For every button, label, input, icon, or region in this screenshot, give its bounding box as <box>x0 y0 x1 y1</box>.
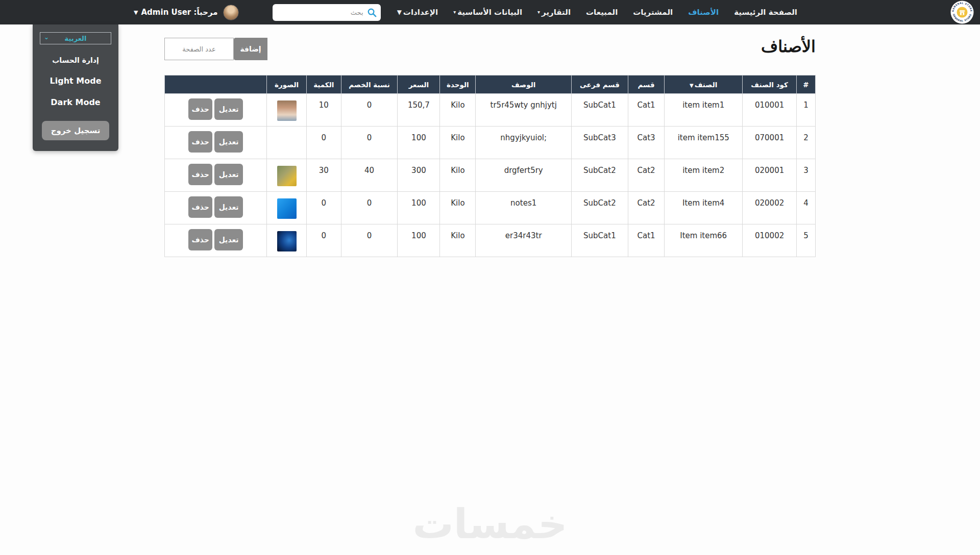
top-navbar: GENERAL STORE GENERAL STORE الصفحة الرئي… <box>0 0 980 24</box>
general-store-logo[interactable]: GENERAL STORE GENERAL STORE <box>950 1 974 24</box>
nav-item-basic-data[interactable]: البيانات الأساسية ▾ <box>453 8 522 17</box>
th-unit: الوحدة <box>440 75 476 94</box>
cell-code: 010001 <box>743 94 797 127</box>
nav-item-home[interactable]: الصفحة الرئيسية <box>734 8 797 17</box>
edit-button[interactable]: تعديل <box>214 98 243 120</box>
cell-image <box>267 94 307 127</box>
th-item-label: الصنف <box>695 81 718 89</box>
item-thumbnail-girl-photo <box>277 100 297 121</box>
cell-unit: Kilo <box>440 159 476 192</box>
cell-image <box>267 159 307 192</box>
th-item-sortable[interactable]: الصنف▼ <box>665 75 743 94</box>
th-num: # <box>797 75 816 94</box>
cell-subcategory: SubCat2 <box>571 192 628 224</box>
cell-category: Cat2 <box>628 159 664 192</box>
caret-down-icon: ▼ <box>134 9 138 16</box>
delete-button[interactable]: حذف <box>188 196 212 218</box>
cell-item: Item item4 <box>665 192 743 224</box>
logout-button[interactable]: تسجيل خروج <box>42 121 110 140</box>
edit-button[interactable]: تعديل <box>214 131 243 153</box>
search-input[interactable] <box>273 4 381 21</box>
th-subcategory: قسم فرعى <box>571 75 628 94</box>
chevron-down-icon: ⌄ <box>44 34 49 41</box>
nav-item-label: المبيعات <box>586 8 618 17</box>
cell-description: er34r43tr <box>476 224 571 257</box>
main-nav: الصفحة الرئيسية الأصناف المشتريات المبيع… <box>397 8 797 17</box>
search-icon <box>367 8 377 17</box>
delete-button[interactable]: حذف <box>188 131 212 153</box>
cell-num: 1 <box>797 94 816 127</box>
edit-button[interactable]: تعديل <box>214 196 243 218</box>
cell-description: drgfert5ry <box>476 159 571 192</box>
cell-category: Cat3 <box>628 127 664 159</box>
cell-unit: Kilo <box>440 224 476 257</box>
edit-button[interactable]: تعديل <box>214 229 243 250</box>
cell-num: 4 <box>797 192 816 224</box>
nav-item-label: الصفحة الرئيسية <box>734 8 797 17</box>
cell-description: notes1 <box>476 192 571 224</box>
cell-qty: 0 <box>307 127 341 159</box>
cell-unit: Kilo <box>440 94 476 127</box>
table-row: 2 070001 item item155 Cat3 SubCat3 ;nhgy… <box>165 127 816 159</box>
delete-button[interactable]: حذف <box>188 164 212 185</box>
content-header: الأصناف إضافة عدد الصفحة <box>164 38 816 60</box>
cell-description: tr5r45wty gnhjytj <box>476 94 571 127</box>
nav-item-label: الإعدادات <box>403 8 438 17</box>
language-select[interactable]: العربية ⌄ <box>40 32 111 44</box>
cell-code: 010002 <box>743 224 797 257</box>
cell-subcategory: SubCat1 <box>571 94 628 127</box>
cell-image <box>267 192 307 224</box>
caret-down-icon: ▾ <box>453 10 456 15</box>
cell-actions: تعديل حذف <box>165 192 267 224</box>
cell-unit: Kilo <box>440 192 476 224</box>
th-qty: الكمية <box>307 75 341 94</box>
nav-item-label: البيانات الأساسية <box>457 8 522 17</box>
cell-category: Cat1 <box>628 94 664 127</box>
cell-description: ;nhgyjkyuiol <box>476 127 571 159</box>
cell-item: item item155 <box>665 127 743 159</box>
table-header-row: # كود الصنف الصنف▼ قسم قسم فرعى الوصف ال… <box>165 75 816 94</box>
page-count-select[interactable]: عدد الصفحة <box>164 38 234 60</box>
cell-item: Item item66 <box>665 224 743 257</box>
th-description: الوصف <box>476 75 571 94</box>
table-row: 5 010002 Item item66 Cat1 SubCat1 er34r4… <box>165 224 816 257</box>
nav-item-label: الأصناف <box>688 8 719 17</box>
user-menu-toggle[interactable]: مرحباً: Admin User ▼ <box>134 5 239 20</box>
user-greeting: مرحباً: Admin User ▼ <box>134 8 218 17</box>
cell-actions: تعديل حذف <box>165 94 267 127</box>
menu-item-account[interactable]: إدارة الحساب <box>52 56 99 64</box>
th-discount: نسبة الخصم <box>341 75 398 94</box>
cell-price: 100 <box>398 192 440 224</box>
cell-discount: 0 <box>341 127 398 159</box>
table-row: 4 020002 Item item4 Cat2 SubCat2 notes1 … <box>165 192 816 224</box>
delete-button[interactable]: حذف <box>188 229 212 250</box>
cell-discount: 40 <box>341 159 398 192</box>
th-actions <box>165 75 267 94</box>
nav-item-settings[interactable]: الإعدادات ▼ <box>397 8 438 17</box>
nav-item-label: التقارير <box>542 8 571 17</box>
sort-desc-icon: ▼ <box>690 83 694 88</box>
cell-num: 2 <box>797 127 816 159</box>
edit-button[interactable]: تعديل <box>214 164 243 185</box>
menu-item-light-mode[interactable]: Light Mode <box>50 76 102 86</box>
cell-qty: 30 <box>307 159 341 192</box>
nav-item-items[interactable]: الأصناف <box>688 8 719 17</box>
nav-item-sales[interactable]: المبيعات <box>586 8 618 17</box>
table-row: 3 020001 item item2 Cat2 SubCat2 drgfert… <box>165 159 816 192</box>
delete-button[interactable]: حذف <box>188 98 212 120</box>
cell-code: 070001 <box>743 127 797 159</box>
nav-item-purchases[interactable]: المشتريات <box>633 8 673 17</box>
nav-item-reports[interactable]: التقارير ▾ <box>537 8 571 17</box>
cell-item: item item2 <box>665 159 743 192</box>
caret-down-icon: ▾ <box>537 10 540 15</box>
table-toolbar: إضافة عدد الصفحة <box>164 38 267 60</box>
add-item-button[interactable]: إضافة <box>234 38 267 60</box>
items-table: # كود الصنف الصنف▼ قسم قسم فرعى الوصف ال… <box>164 75 816 257</box>
cell-subcategory: SubCat3 <box>571 127 628 159</box>
cell-num: 3 <box>797 159 816 192</box>
user-avatar[interactable] <box>223 5 239 20</box>
language-select-value: العربية <box>65 35 87 42</box>
menu-item-dark-mode[interactable]: Dark Mode <box>51 97 100 107</box>
th-category: قسم <box>628 75 664 94</box>
cell-category: Cat1 <box>628 224 664 257</box>
